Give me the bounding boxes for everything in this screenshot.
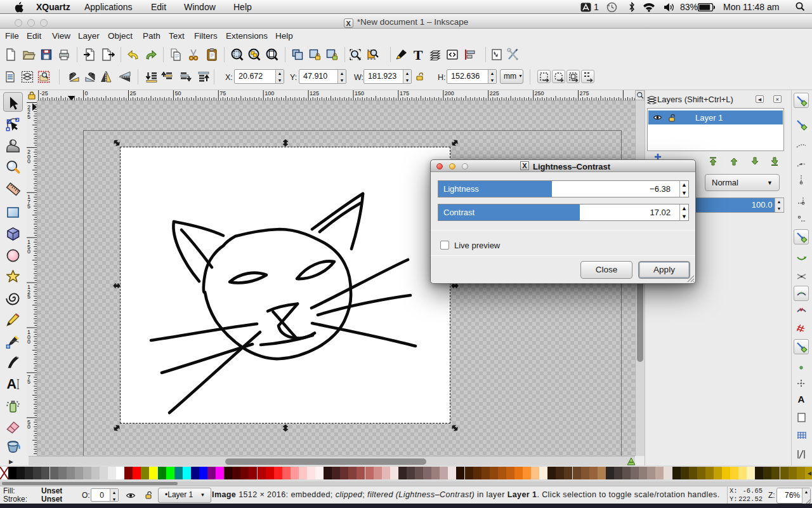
svg-text:275: 275 [580, 90, 589, 97]
svg-text:5: 5 [27, 114, 30, 120]
svg-text:150: 150 [355, 90, 364, 97]
svg-text:125: 125 [310, 90, 319, 97]
svg-text:0: 0 [27, 158, 30, 164]
svg-text:175: 175 [400, 90, 409, 97]
svg-text:-25: -25 [40, 90, 48, 97]
svg-text:A: A [798, 394, 805, 404]
svg-text:0: 0 [85, 90, 88, 97]
svg-text:200: 200 [445, 90, 454, 97]
svg-text:0: 0 [27, 248, 30, 255]
svg-text:100: 100 [265, 90, 274, 97]
svg-text:A: A [6, 376, 16, 392]
svg-text:50: 50 [174, 90, 181, 97]
svg-text:0: 0 [27, 338, 30, 345]
svg-text:75: 75 [219, 90, 226, 97]
svg-text:0: 0 [27, 424, 30, 430]
svg-text:5: 5 [27, 203, 30, 210]
svg-text:5: 5 [27, 293, 30, 300]
svg-text:250: 250 [535, 90, 544, 97]
svg-text:T: T [414, 48, 423, 62]
svg-text:5: 5 [27, 378, 30, 385]
svg-text:25: 25 [130, 90, 136, 97]
svg-text:225: 225 [490, 90, 499, 97]
